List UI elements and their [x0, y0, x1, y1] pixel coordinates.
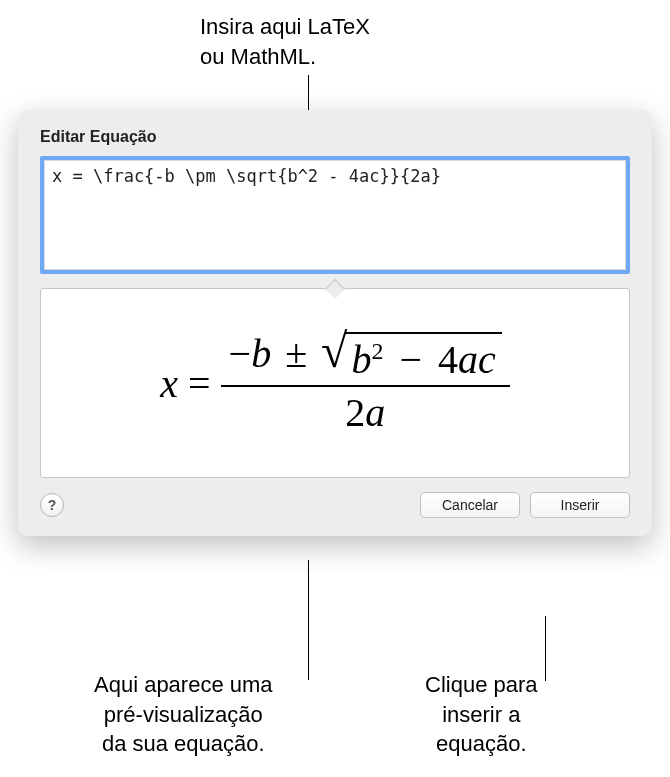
eq-equals: = — [188, 360, 211, 407]
eq-sqrt-content: b2 − 4ac — [345, 332, 501, 383]
rendered-equation: x = −b ± √ b2 − 4ac — [160, 328, 510, 438]
eq-four: 4 — [438, 337, 458, 382]
sqrt-icon: √ — [321, 332, 347, 370]
help-button[interactable]: ? — [40, 493, 64, 517]
insert-button[interactable]: Inserir — [530, 492, 630, 518]
equation-preview: x = −b ± √ b2 − 4ac — [40, 288, 630, 478]
eq-a: a — [458, 337, 478, 382]
eq-two: 2 — [345, 390, 365, 435]
eq-lhs: x — [160, 360, 178, 407]
eq-b2: b — [351, 337, 371, 382]
callout-top-text: Insira aqui LaTeX ou MathML. — [200, 14, 370, 69]
cancel-button[interactable]: Cancelar — [420, 492, 520, 518]
callout-line-bottom-left — [308, 560, 309, 680]
eq-c: c — [478, 337, 496, 382]
callout-bottom-right-text: Clique para inserir a equação. — [425, 672, 538, 756]
callout-line-bottom-right — [545, 616, 546, 681]
eq-sqrt: √ b2 − 4ac — [321, 332, 502, 383]
help-icon: ? — [48, 497, 57, 513]
eq-numerator: −b ± √ b2 − 4ac — [221, 328, 510, 385]
edit-equation-dialog: Editar Equação x = −b ± √ b2 − 4ac — [18, 110, 652, 536]
eq-minus2: − — [399, 337, 422, 382]
eq-minus: − — [229, 331, 252, 376]
eq-sup2: 2 — [371, 338, 383, 364]
callout-top: Insira aqui LaTeX ou MathML. — [200, 12, 370, 71]
dialog-footer: ? Cancelar Inserir — [40, 492, 630, 518]
eq-denominator: 2a — [337, 387, 393, 438]
preview-connector-icon — [325, 279, 345, 299]
eq-a2: a — [365, 390, 385, 435]
callout-bottom-left-text: Aqui aparece uma pré-visualização da sua… — [94, 672, 273, 756]
callout-bottom-right: Clique para inserir a equação. — [425, 670, 538, 759]
eq-b: b — [251, 331, 271, 376]
callout-bottom-left: Aqui aparece uma pré-visualização da sua… — [94, 670, 273, 759]
eq-pm: ± — [285, 331, 307, 376]
dialog-title: Editar Equação — [40, 128, 630, 146]
eq-fraction: −b ± √ b2 − 4ac 2a — [221, 328, 510, 438]
equation-input[interactable] — [40, 156, 630, 274]
